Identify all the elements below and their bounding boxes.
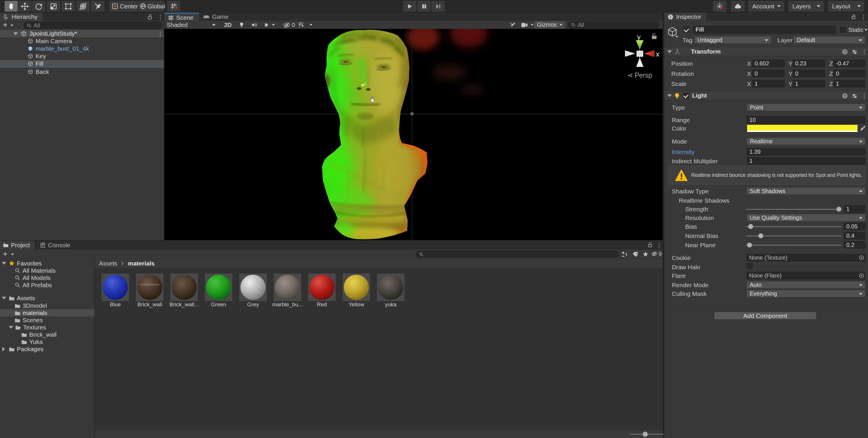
svg-text:⋖ Persp: ⋖ Persp — [627, 71, 652, 79]
svg-text:x: x — [656, 50, 659, 58]
svg-text:?: ? — [844, 94, 846, 98]
svg-text:y: y — [637, 33, 641, 41]
svg-text:?: ? — [844, 50, 846, 54]
